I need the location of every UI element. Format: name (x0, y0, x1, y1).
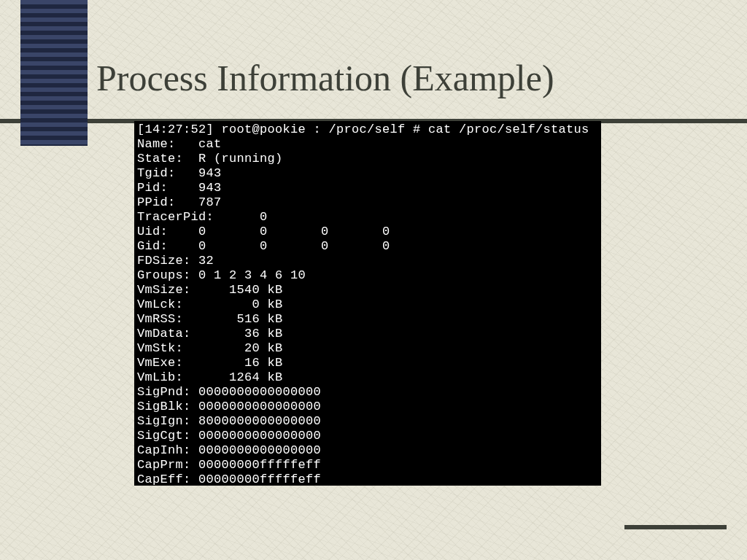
terminal-prompt: [14:27:52] root@pookie : /proc/self # ca… (137, 122, 589, 136)
terminal-output: [14:27:52] root@pookie : /proc/self # ca… (134, 121, 601, 486)
slide-bottom-accent (624, 525, 727, 529)
terminal-body: Name: cat State: R (running) Tgid: 943 P… (137, 137, 390, 486)
slide-decor-square (20, 0, 88, 146)
slide-title: Process Information (Example) (96, 57, 554, 99)
